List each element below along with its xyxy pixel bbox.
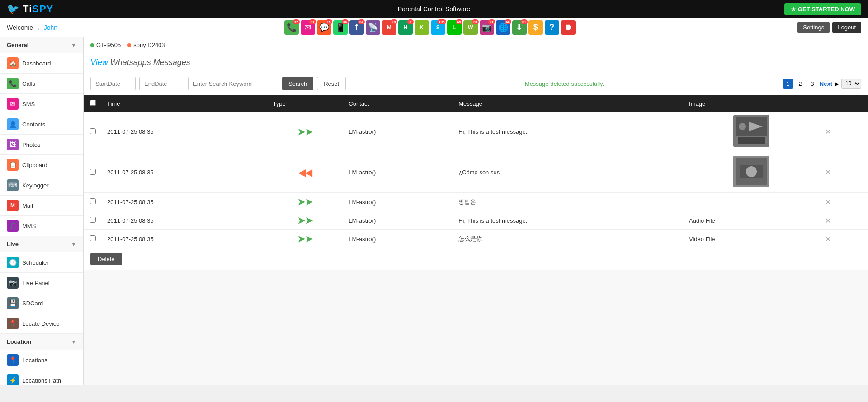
sidebar-label-calls: Calls (22, 80, 35, 87)
row-type-4: ➤➤ (267, 211, 343, 230)
settings-button[interactable]: Settings (797, 22, 830, 33)
table-header-row: Time Type Contact Message Image (84, 95, 868, 112)
row-type-3: ➤➤ (267, 193, 343, 211)
row-image-label-5: Video File (684, 230, 820, 248)
select-all-checkbox[interactable] (90, 100, 96, 106)
toolbar-icon-gmail[interactable]: M 19 (382, 20, 396, 35)
sidebar-label-contacts: Contacts (22, 121, 45, 128)
sidebar-item-livepanel[interactable]: 📷 Live Panel (0, 273, 83, 293)
top-right-controls: ★ GET STARTED NOW (784, 3, 861, 15)
welcome-name: John (44, 24, 57, 31)
sidebar-item-locations[interactable]: 📍 Locations (0, 350, 83, 370)
start-date-input[interactable] (90, 77, 136, 90)
row-type-1: ➤➤ (267, 112, 343, 152)
toolbar-icon-facebook[interactable]: f 24 (349, 20, 364, 35)
sidebar-item-keylogger[interactable]: ⌨ Keylogger (0, 175, 83, 196)
toolbar-icon-viber[interactable]: 📡 (366, 20, 380, 35)
sidebar-item-clipboard[interactable]: 📋 Clipboard (0, 155, 83, 175)
close-icon[interactable]: ✕ (825, 168, 831, 176)
row-close-2[interactable]: ✕ (820, 152, 868, 193)
sidebar-section-location[interactable]: Location ▼ (0, 334, 83, 350)
reset-button[interactable]: Reset (317, 77, 346, 90)
outgoing-arrow-icon-2: ➤➤ (297, 197, 313, 207)
toolbar-icon-whatsapp[interactable]: 📱 36 (333, 20, 348, 35)
row-contact-4: LM-astro() (343, 211, 453, 230)
page-number-2[interactable]: 2 (795, 79, 805, 89)
toolbar-icon-skype[interactable]: S 105 (431, 20, 445, 35)
toolbar-icon-phone[interactable]: 📞 12 (284, 20, 299, 35)
sidebar-item-sdcard[interactable]: 💾 SDCard (0, 293, 83, 313)
sidebar-label-locations: Locations (22, 357, 47, 364)
toolbar-icon-instagram[interactable]: 📷 11 (480, 20, 494, 35)
device-tab-2[interactable]: sony D2403 (127, 42, 165, 48)
row-close-5[interactable]: ✕ (820, 230, 868, 248)
sidebar-item-sms[interactable]: ✉ SMS (0, 94, 83, 114)
row-checkbox-1[interactable] (90, 128, 96, 134)
row-close-3[interactable]: ✕ (820, 193, 868, 211)
row-checkbox-2[interactable] (90, 169, 96, 175)
sidebar-item-mail[interactable]: M Mail (0, 196, 83, 216)
device-tab-1[interactable]: GT-I9505 (90, 42, 121, 48)
close-icon[interactable]: ✕ (825, 128, 831, 136)
sms-icon: ✉ (7, 98, 19, 110)
toolbar-icon-chat[interactable]: 💬 15 (317, 20, 331, 35)
search-keyword-input[interactable] (188, 77, 278, 90)
close-icon[interactable]: ✕ (825, 235, 831, 243)
sidebar-item-dashboard[interactable]: 🏠 Dashboard (0, 53, 83, 74)
row-checkbox-4[interactable] (90, 217, 96, 223)
sidebar-item-locations-path[interactable]: ⚡ Locations Path (0, 370, 83, 385)
outgoing-arrow-icon-3: ➤➤ (297, 215, 313, 225)
sidebar-label-dashboard: Dashboard (22, 60, 51, 67)
row-image-2 (684, 152, 820, 193)
toolbar-icon-browser[interactable]: 🌐 46 (496, 20, 510, 35)
next-page-button[interactable]: Next (820, 80, 832, 87)
row-close-4[interactable]: ✕ (820, 211, 868, 230)
sidebar-item-photos[interactable]: 🖼 Photos (0, 135, 83, 155)
sidebar-item-calls[interactable]: 📞 Calls (0, 74, 83, 94)
sidebar-item-scheduler[interactable]: 🕐 Scheduler (0, 252, 83, 273)
end-date-input[interactable] (139, 77, 184, 90)
filter-bar: Search Reset Message deleted successfull… (84, 72, 868, 95)
toolbar-icon-purchase[interactable]: $ (528, 20, 543, 35)
logout-button[interactable]: Logout (832, 22, 861, 33)
toolbar-icon-record[interactable]: ⏺ (561, 20, 576, 35)
row-close-1[interactable]: ✕ (820, 112, 868, 152)
delete-row: Delete (84, 248, 868, 270)
chevron-down-icon-3: ▼ (71, 339, 76, 345)
delete-button[interactable]: Delete (90, 253, 122, 265)
per-page-select[interactable]: 10 25 50 (841, 79, 861, 89)
sidebar-item-mms[interactable]: 🎵 MMS (0, 216, 83, 236)
toolbar-icon-download[interactable]: ⬇ 31 (512, 20, 527, 35)
row-time-2: 2011-07-25 08:35 (102, 152, 267, 193)
chevron-down-icon-2: ▼ (71, 241, 76, 248)
row-time-5: 2011-07-25 08:35 (102, 230, 267, 248)
sidebar-section-live[interactable]: Live ▼ (0, 236, 83, 252)
sidebar-label-livepanel: Live Panel (22, 280, 50, 286)
toolbar-icon-line[interactable]: L 65 (447, 20, 462, 35)
sidebar-item-locate-device[interactable]: 📍 Locate Device (0, 313, 83, 334)
row-checkbox-3[interactable] (90, 198, 96, 204)
welcome-text: Welcome (7, 24, 33, 31)
svg-point-8 (746, 166, 757, 177)
toolbar-icon-email[interactable]: ✉ 21 (301, 20, 315, 35)
toolbar-icon-wechat[interactable]: W 28 (463, 20, 478, 35)
toolbar-icon-kik[interactable]: K (415, 20, 429, 35)
livepanel-icon: 📷 (7, 277, 19, 289)
page-number-3[interactable]: 3 (807, 79, 817, 89)
locations-icon: 📍 (7, 354, 19, 366)
sidebar-label-mail: Mail (22, 202, 33, 209)
search-button[interactable]: Search (282, 77, 313, 90)
sidebar-label-scheduler: Scheduler (22, 259, 49, 266)
page-number-1[interactable]: 1 (783, 79, 793, 89)
get-started-button[interactable]: ★ GET STARTED NOW (784, 3, 861, 15)
sidebar-label-clipboard: Clipboard (22, 162, 47, 168)
toolbar-icon-help[interactable]: ? (545, 20, 559, 35)
row-checkbox-5[interactable] (90, 235, 96, 241)
sidebar-item-contacts[interactable]: 👤 Contacts (0, 114, 83, 135)
close-icon[interactable]: ✕ (825, 198, 831, 206)
app-subtitle: Parental Control Software (398, 5, 470, 13)
sidebar-section-general[interactable]: General ▼ (0, 37, 83, 53)
col-message: Message (453, 95, 684, 112)
close-icon[interactable]: ✕ (825, 217, 831, 224)
toolbar-icon-hangouts[interactable]: H 8 (398, 20, 413, 35)
